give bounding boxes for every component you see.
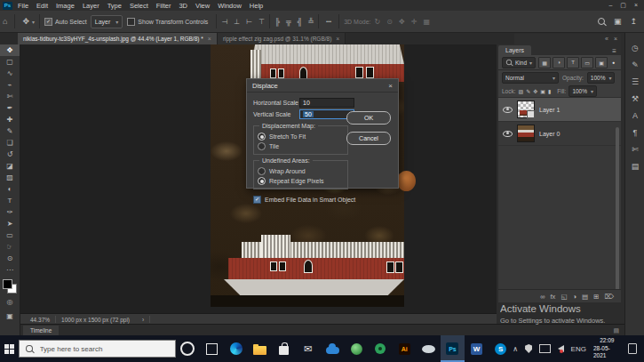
cloud-app-button[interactable] bbox=[320, 335, 344, 362]
horizontal-scale-input[interactable]: 10 bbox=[299, 98, 354, 108]
align-top-icon[interactable]: ⊤ bbox=[258, 18, 265, 26]
close-icon[interactable]: × bbox=[634, 2, 638, 9]
filter-toggle-icon[interactable]: ● bbox=[612, 60, 615, 65]
lock-pixels-icon[interactable]: ✎ bbox=[526, 88, 530, 94]
gradient-tool[interactable]: ▨ bbox=[0, 172, 20, 183]
filter-type-icon[interactable]: T bbox=[567, 57, 579, 68]
blend-mode-dropdown[interactable]: Normal ▾ bbox=[502, 72, 559, 84]
filter-kind-dropdown[interactable]: Kind ▾ bbox=[502, 57, 536, 68]
store-button[interactable] bbox=[272, 335, 296, 362]
menu-3d[interactable]: 3D bbox=[179, 2, 187, 10]
opacity-dropdown[interactable]: 100% ▾ bbox=[587, 72, 616, 84]
mail-button[interactable]: ✉ bbox=[296, 335, 320, 362]
history-panel-icon[interactable]: ◷ bbox=[632, 39, 639, 56]
path-selection-tool[interactable]: ➤ bbox=[0, 218, 20, 229]
document-tab-unsplash[interactable]: niklas-tidbury-tc3SyHYF_4s-unsplash.jpg … bbox=[18, 33, 218, 44]
illustrator-button[interactable]: Ai bbox=[393, 335, 417, 362]
dialog-title-bar[interactable]: Displace × bbox=[247, 79, 398, 93]
paragraph-panel-icon[interactable]: ¶ bbox=[633, 124, 638, 141]
home-icon[interactable]: ⌂ bbox=[3, 17, 7, 26]
new-layer-icon[interactable]: ⊞ bbox=[593, 293, 599, 301]
distribute-left-icon[interactable]: ╠ bbox=[274, 18, 280, 26]
lock-transparency-icon[interactable]: ▨ bbox=[519, 88, 524, 94]
character-panel-icon[interactable]: A bbox=[632, 107, 638, 124]
brushes-panel-icon[interactable]: ☰ bbox=[632, 73, 639, 90]
menu-edit[interactable]: Edit bbox=[36, 2, 48, 10]
lock-position-icon[interactable]: ✥ bbox=[533, 88, 537, 94]
eyedropper-tool[interactable]: ✒ bbox=[0, 102, 20, 114]
menu-image[interactable]: Image bbox=[56, 2, 75, 10]
menu-help[interactable]: Help bbox=[250, 2, 263, 10]
new-group-icon[interactable]: ▤ bbox=[582, 293, 588, 301]
start-button[interactable] bbox=[0, 335, 19, 362]
share-icon[interactable]: ↥ bbox=[630, 17, 637, 26]
timeline-tab[interactable]: Timeline bbox=[23, 326, 59, 335]
zoom-tool[interactable]: ⊙ bbox=[0, 253, 20, 264]
filter-shape-icon[interactable]: ▭ bbox=[581, 57, 593, 68]
libraries-panel-icon[interactable]: ✄ bbox=[632, 141, 639, 157]
visibility-eye-icon[interactable] bbox=[503, 107, 513, 113]
timeline-menu-icon[interactable]: ▤ bbox=[613, 327, 619, 334]
task-view-button[interactable] bbox=[200, 335, 224, 362]
align-right-icon[interactable]: ⊢ bbox=[246, 18, 252, 26]
cancel-button[interactable]: Cancel bbox=[346, 132, 391, 145]
layers-panel-tab[interactable]: Layers bbox=[498, 45, 531, 55]
new-adjustment-layer-icon[interactable]: ◑ bbox=[572, 293, 576, 301]
rectangle-tool[interactable]: ▭ bbox=[0, 229, 20, 241]
type-tool[interactable]: T bbox=[0, 195, 20, 206]
close-tab-icon[interactable]: × bbox=[208, 36, 211, 42]
workspace-icon[interactable]: ▣ bbox=[614, 17, 622, 26]
3d-rotate-icon[interactable]: ↻ bbox=[375, 18, 381, 26]
eraser-tool[interactable]: ◪ bbox=[0, 160, 20, 172]
brush-settings-icon[interactable]: ✎ bbox=[632, 56, 639, 73]
quick-mask-icon[interactable]: ◎ bbox=[7, 297, 13, 308]
stretch-to-fit-radio[interactable] bbox=[258, 133, 266, 141]
brush-tool[interactable]: ✎ bbox=[0, 125, 20, 137]
filter-smart-icon[interactable]: ▣ bbox=[595, 57, 608, 68]
restore-icon[interactable]: ▢ bbox=[620, 2, 626, 9]
filter-adjustment-icon[interactable]: ◑ bbox=[553, 57, 565, 68]
layer-thumbnail[interactable] bbox=[517, 101, 535, 118]
auto-select-scope-dropdown[interactable]: Layer ▾ bbox=[91, 15, 123, 28]
layer-row-1[interactable]: Layer 1 bbox=[498, 98, 621, 122]
add-layer-mask-icon[interactable]: ◱ bbox=[561, 293, 567, 301]
menu-type[interactable]: Type bbox=[107, 2, 122, 10]
ok-button[interactable]: OK bbox=[346, 111, 391, 125]
layer-row-0[interactable]: Layer 0 bbox=[498, 122, 621, 146]
wrap-around-radio[interactable] bbox=[258, 167, 266, 175]
zoom-level[interactable]: 44.37% bbox=[30, 317, 50, 323]
gray-app-button[interactable] bbox=[417, 335, 441, 362]
3d-scale-icon[interactable]: ▦ bbox=[423, 18, 430, 26]
filter-pixel-icon[interactable]: ▦ bbox=[538, 57, 551, 68]
3d-drag-icon[interactable]: ✥ bbox=[399, 18, 405, 26]
foreground-color-swatch[interactable] bbox=[3, 279, 12, 289]
crop-tool[interactable]: ✄ bbox=[0, 91, 20, 102]
edit-toolbar[interactable]: ⋯ bbox=[0, 264, 20, 276]
delete-layer-icon[interactable]: ⌦ bbox=[604, 293, 614, 301]
clone-stamp-tool[interactable]: ❏ bbox=[0, 137, 20, 149]
lock-all-icon[interactable]: ▮ bbox=[548, 88, 551, 94]
3d-roll-icon[interactable]: ⊙ bbox=[386, 18, 393, 26]
color-swatches[interactable] bbox=[3, 279, 17, 294]
close-icon[interactable]: × bbox=[388, 82, 393, 90]
screen-mode-icon[interactable]: ▣ bbox=[6, 311, 13, 322]
taskbar-clock[interactable]: 22:09 28-05-2021 bbox=[593, 337, 621, 359]
document-tab-ripple[interactable]: ripple effect zig zag.psd @ 31.1% (RGB/8… bbox=[218, 33, 346, 44]
hand-tool[interactable]: ☞ bbox=[0, 241, 20, 253]
layer-effects-icon[interactable]: fx bbox=[551, 293, 556, 301]
skype-button[interactable]: S bbox=[489, 335, 513, 362]
menu-view[interactable]: View bbox=[195, 2, 210, 10]
security-shield-icon[interactable] bbox=[525, 344, 532, 353]
layer-thumbnail[interactable] bbox=[517, 125, 535, 142]
properties-panel-icon[interactable]: ▤ bbox=[632, 157, 640, 174]
green-ring-app-button[interactable] bbox=[345, 335, 369, 362]
green-app-button[interactable] bbox=[369, 335, 393, 362]
distribute-bottom-icon[interactable]: ╩ bbox=[308, 18, 314, 26]
distribute-top-icon[interactable]: ╦ bbox=[286, 18, 291, 26]
display-icon[interactable] bbox=[539, 344, 550, 353]
status-arrow-icon[interactable]: › bbox=[142, 317, 144, 323]
word-button[interactable]: W bbox=[465, 335, 489, 362]
3d-slide-icon[interactable]: ✛ bbox=[411, 18, 417, 26]
menu-filter[interactable]: Filter bbox=[156, 2, 171, 10]
edge-button[interactable] bbox=[224, 335, 248, 362]
